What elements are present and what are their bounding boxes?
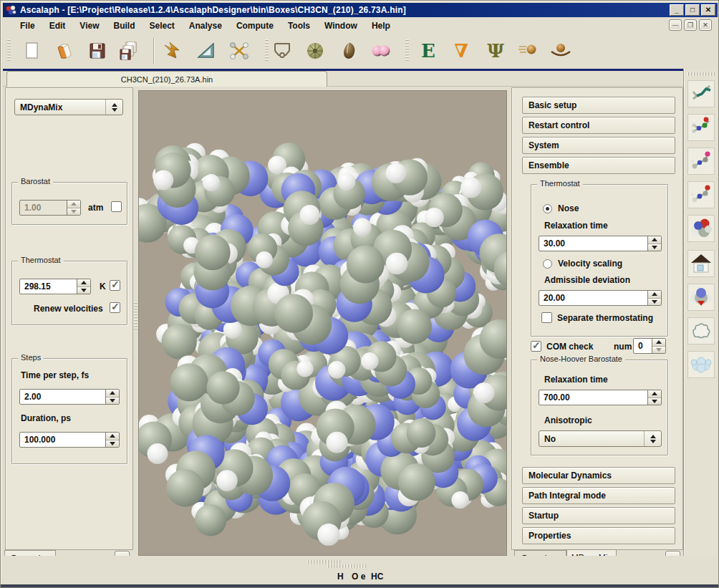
velocity-scaling-radio[interactable] bbox=[543, 259, 552, 269]
spin-down-button[interactable] bbox=[77, 286, 90, 294]
engine-select[interactable]: MDynaMix bbox=[14, 99, 123, 115]
peptide-fragment-icon[interactable] bbox=[687, 181, 715, 208]
toolbar-grip[interactable] bbox=[265, 39, 269, 62]
section-restart-control[interactable]: Restart control bbox=[522, 117, 675, 134]
minimize-button[interactable]: _ bbox=[670, 4, 684, 16]
ball-stick-model-icon[interactable] bbox=[687, 114, 715, 141]
renew-velocities-checkbox[interactable] bbox=[110, 302, 120, 313]
spin-down-button[interactable] bbox=[648, 298, 661, 306]
spin-down-button[interactable] bbox=[652, 346, 665, 354]
home-view-icon[interactable] bbox=[687, 250, 715, 277]
select-tool-icon[interactable] bbox=[162, 39, 185, 62]
admissible-deviation-spinbox[interactable]: 20.00 bbox=[539, 290, 662, 306]
mdi-restore-button[interactable]: ❐ bbox=[684, 19, 697, 31]
spin-down-button[interactable] bbox=[67, 208, 80, 216]
section-properties[interactable]: Properties bbox=[522, 527, 675, 544]
save-icon[interactable] bbox=[86, 39, 109, 62]
section-startup[interactable]: Startup bbox=[522, 507, 675, 524]
dimer-builder-icon[interactable] bbox=[370, 39, 392, 62]
duration-value: 100.000 bbox=[20, 433, 105, 447]
spin-up-button[interactable] bbox=[652, 339, 665, 346]
menu-compute[interactable]: Compute bbox=[229, 19, 281, 33]
barostat-unit-checkbox[interactable] bbox=[111, 201, 122, 212]
spin-up-button[interactable] bbox=[648, 291, 661, 298]
mdi-close-button[interactable]: ✕ bbox=[699, 19, 712, 31]
section-molecular-dynamics[interactable]: Molecular Dynamics bbox=[522, 467, 675, 484]
mdi-minimize-button[interactable]: — bbox=[669, 19, 682, 31]
barostat-group: Barostat 1.00 atm bbox=[11, 182, 127, 225]
menu-edit[interactable]: Edit bbox=[42, 19, 73, 33]
menu-select[interactable]: Select bbox=[142, 19, 181, 33]
section-basic-setup[interactable]: Basic setup bbox=[522, 97, 675, 114]
amide-fragment-icon[interactable] bbox=[687, 148, 715, 175]
build-fragment-icon[interactable] bbox=[228, 39, 251, 62]
duration-spinbox[interactable]: 100.000 bbox=[19, 432, 120, 448]
menu-window[interactable]: Window bbox=[317, 19, 365, 33]
time-per-step-spinbox[interactable]: 2.00 bbox=[19, 389, 120, 405]
sidebar-grip[interactable] bbox=[687, 72, 715, 76]
temperature-unit-checkbox[interactable] bbox=[110, 280, 120, 291]
surface-wireframe-icon[interactable] bbox=[687, 317, 715, 344]
spin-down-button[interactable] bbox=[648, 244, 661, 251]
relaxation-time-spinbox[interactable]: 30.00 bbox=[539, 236, 662, 251]
torus-builder-icon[interactable] bbox=[304, 39, 327, 62]
nose-radio[interactable] bbox=[543, 204, 552, 213]
close-button[interactable]: ✕ bbox=[701, 4, 715, 16]
molecule-viewport[interactable] bbox=[138, 90, 507, 556]
section-ensemble[interactable]: Ensemble bbox=[522, 157, 675, 174]
optimize-ball-icon[interactable] bbox=[549, 39, 571, 62]
new-document-icon[interactable] bbox=[20, 39, 43, 62]
spin-down-button[interactable] bbox=[648, 397, 661, 405]
left-splitter[interactable] bbox=[133, 87, 138, 550]
com-num-spinbox[interactable]: 0 bbox=[633, 338, 666, 354]
velocity-scaling-label: Velocity scaling bbox=[558, 259, 622, 269]
menu-analyse[interactable]: Analyse bbox=[182, 19, 229, 33]
menu-build[interactable]: Build bbox=[106, 19, 142, 33]
spin-down-button[interactable] bbox=[106, 397, 119, 405]
temperature-spinbox[interactable]: 298.15 bbox=[19, 279, 91, 294]
spin-up-button[interactable] bbox=[106, 433, 119, 440]
barostat-pressure-spinbox[interactable]: 1.00 bbox=[19, 200, 81, 216]
toolbar-grip[interactable] bbox=[405, 39, 409, 62]
spin-up-button[interactable] bbox=[648, 236, 661, 244]
relaxation-time-value: 30.00 bbox=[539, 236, 647, 251]
spacefill-fragment-icon[interactable] bbox=[687, 215, 715, 242]
spin-up-button[interactable] bbox=[106, 390, 119, 397]
quantum-psi-icon[interactable]: Ψ bbox=[484, 39, 507, 62]
spin-up-button[interactable] bbox=[77, 279, 90, 286]
anisotropic-select[interactable]: No bbox=[539, 430, 662, 447]
document-tab[interactable]: CH3CN_(210)_26.73A.hin bbox=[6, 71, 327, 87]
spin-up-button[interactable] bbox=[67, 201, 80, 208]
menu-help[interactable]: Help bbox=[365, 19, 397, 33]
stick-model-icon[interactable] bbox=[687, 80, 715, 107]
shell-surface-icon[interactable] bbox=[338, 39, 361, 62]
open-file-icon[interactable] bbox=[53, 39, 76, 62]
separate-thermostating-checkbox[interactable] bbox=[541, 312, 552, 323]
spin-up-button[interactable] bbox=[648, 390, 661, 397]
gradient-minimize-icon[interactable]: ∇ bbox=[450, 39, 473, 62]
measure-tool-icon[interactable] bbox=[195, 39, 218, 62]
anisotropic-select-arrows[interactable] bbox=[644, 431, 661, 446]
spin-down-button[interactable] bbox=[106, 440, 119, 448]
menu-tools[interactable]: Tools bbox=[281, 19, 317, 33]
periodic-box-icon[interactable] bbox=[271, 39, 294, 62]
barostate-relaxation-spinbox[interactable]: 700.00 bbox=[539, 390, 662, 405]
save-all-icon[interactable] bbox=[117, 39, 140, 62]
section-path-integral-mode[interactable]: Path Integral mode bbox=[522, 487, 675, 504]
run-dynamics-icon[interactable] bbox=[517, 39, 540, 62]
renew-velocities-label: Renew velocities bbox=[34, 304, 103, 314]
energy-icon[interactable]: E bbox=[417, 39, 440, 62]
section-system[interactable]: System bbox=[522, 137, 675, 154]
status-grip[interactable] bbox=[327, 564, 366, 568]
menu-view[interactable]: View bbox=[72, 19, 106, 33]
title-bar[interactable]: Ascalaph - [E:\Project\Release\1.2.4\Asc… bbox=[3, 3, 718, 17]
spacefill-molecule-icon[interactable] bbox=[687, 284, 715, 311]
surface-solid-icon[interactable] bbox=[687, 351, 715, 378]
toolbar-grip[interactable] bbox=[7, 39, 11, 62]
com-check-checkbox[interactable] bbox=[531, 341, 541, 352]
status-grip[interactable] bbox=[307, 560, 340, 564]
thermostat-group-title: Thermostat bbox=[18, 256, 64, 264]
engine-select-arrows[interactable] bbox=[105, 100, 122, 115]
menu-file[interactable]: File bbox=[13, 19, 42, 33]
maximize-button[interactable]: □ bbox=[685, 4, 700, 16]
